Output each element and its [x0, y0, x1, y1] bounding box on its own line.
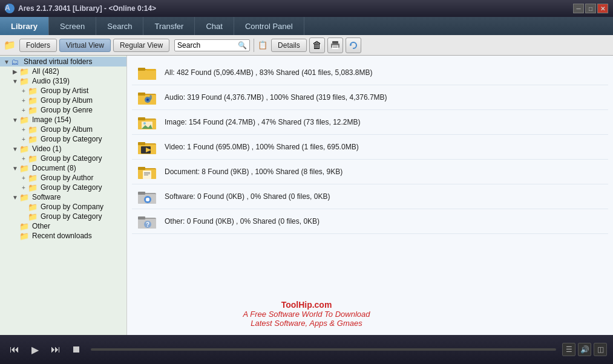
- equalizer-button[interactable]: ◫: [594, 343, 607, 356]
- tab-transfer[interactable]: Transfer: [143, 17, 195, 35]
- playlist-button[interactable]: ☰: [562, 343, 575, 356]
- next-button[interactable]: ⏭: [47, 341, 64, 358]
- tab-control-panel[interactable]: Control Panel: [234, 17, 304, 35]
- tab-library[interactable]: Library: [0, 17, 49, 35]
- details-button[interactable]: Details: [271, 39, 307, 52]
- sidebar-item-image[interactable]: ▼ 📁 Image (154): [0, 115, 126, 125]
- app-title: Ares 2.1.7.3041 [Library] - <Online 0:14…: [18, 4, 156, 13]
- sidebar-item-document-category[interactable]: + 📁 Group by Category: [0, 183, 126, 192]
- document-folder-icon: 📁: [19, 164, 30, 172]
- virtual-view-button[interactable]: Virtual View: [59, 39, 111, 52]
- expand-icon-audio-artist: +: [19, 86, 28, 95]
- sidebar-audio-genre-label: Group by Genre: [41, 106, 93, 114]
- software-folder-icon: 📁: [19, 193, 30, 201]
- sidebar-document-category-label: Group by Category: [41, 183, 102, 192]
- minimize-button[interactable]: ─: [573, 4, 584, 13]
- content-row-audio-text: Audio: 319 Found (4,376.7MB) , 100% Shar…: [165, 93, 387, 102]
- sidebar-item-software-category[interactable]: 📁 Group by Category: [0, 212, 126, 221]
- title-text: A Ares 2.1.7.3041 [Library] - <Online 0:…: [5, 4, 156, 13]
- svg-rect-11: [138, 93, 145, 96]
- svg-rect-22: [138, 142, 145, 145]
- content-row-software[interactable]: Software: 0 Found (0KB) , 0% Shared (0 f…: [132, 184, 608, 209]
- refresh-button[interactable]: [346, 37, 361, 53]
- sidebar-item-audio-album[interactable]: + 📁 Group by Album: [0, 96, 126, 105]
- audio-genre-folder-icon: 📁: [28, 106, 39, 114]
- sidebar-other-label: Other: [32, 222, 50, 230]
- sidebar-item-software-company[interactable]: 📁 Group by Company: [0, 202, 126, 212]
- image-folder-icon: 📁: [19, 115, 30, 124]
- menu-bar: Library Screen Search Transfer Chat Cont…: [0, 17, 613, 35]
- sidebar-item-video[interactable]: ▼ 📁 Video (1): [0, 144, 126, 154]
- content-row-all[interactable]: All: 482 Found (5,096.4MB) , 83% Shared …: [132, 60, 608, 85]
- expand-icon-software-category: [19, 212, 28, 221]
- svg-rect-41: [138, 216, 145, 219]
- search-icon[interactable]: 🔍: [238, 41, 247, 50]
- document-row-icon: [137, 163, 159, 180]
- svg-point-19: [143, 122, 146, 125]
- sidebar-item-recent[interactable]: 📁 Recent downloads: [0, 231, 126, 241]
- recent-folder-icon: 📁: [19, 232, 30, 240]
- sidebar-audio-artist-label: Group by Artist: [41, 86, 88, 95]
- stop-button[interactable]: ⏹: [68, 341, 85, 358]
- sidebar-item-audio-artist[interactable]: + 📁 Group by Artist: [0, 86, 126, 96]
- sidebar-item-document[interactable]: ▼ 📁 Document (8): [0, 163, 126, 173]
- expand-icon-document: ▼: [11, 164, 19, 172]
- maximize-button[interactable]: □: [585, 4, 596, 13]
- content-row-audio[interactable]: Audio: 319 Found (4,376.7MB) , 100% Shar…: [132, 85, 608, 110]
- svg-rect-8: [146, 69, 155, 71]
- tab-chat[interactable]: Chat: [195, 17, 234, 35]
- svg-rect-29: [144, 172, 150, 173]
- sidebar-item-audio[interactable]: ▼ 📁 Audio (319): [0, 76, 126, 86]
- sidebar-item-document-author[interactable]: + 📁 Group by Author: [0, 173, 126, 183]
- app-logo: A: [5, 4, 15, 13]
- svg-rect-27: [138, 167, 145, 170]
- all-row-icon: [137, 64, 159, 81]
- player-progress-bar[interactable]: [91, 348, 556, 351]
- content-row-video[interactable]: Video: 1 Found (695.0MB) , 100% Shared (…: [132, 135, 608, 160]
- content-row-image[interactable]: Image: 154 Found (24.7MB) , 47% Shared (…: [132, 110, 608, 135]
- sidebar-image-category-label: Group by Category: [41, 135, 102, 143]
- folders-button[interactable]: Folders: [19, 39, 57, 52]
- sidebar-item-all[interactable]: ▶ 📁 All (482): [0, 67, 126, 76]
- sidebar-software-label: Software: [32, 193, 61, 201]
- search-input[interactable]: [177, 41, 238, 50]
- video-category-folder-icon: 📁: [28, 154, 39, 163]
- svg-rect-34: [138, 192, 145, 195]
- audio-album-folder-icon: 📁: [28, 96, 39, 105]
- root-folder-icon: 🗂: [11, 57, 22, 66]
- sidebar-image-label: Image (154): [32, 115, 71, 124]
- svg-rect-31: [144, 175, 148, 175]
- audio-row-icon: [137, 89, 159, 106]
- volume-button[interactable]: 🔊: [578, 343, 591, 356]
- svg-rect-30: [144, 174, 150, 174]
- sidebar: ▼ 🗂 Shared virtual folders ▶ 📁 All (482)…: [0, 56, 127, 335]
- close-button[interactable]: ✕: [597, 4, 608, 13]
- expand-icon-root: ▼: [2, 57, 11, 66]
- sidebar-item-image-album[interactable]: + 📁 Group by Album: [0, 125, 126, 134]
- player-icons: ☰ 🔊 ◫: [562, 343, 607, 356]
- sidebar-item-video-category[interactable]: + 📁 Group by Category: [0, 154, 126, 163]
- content-row-document[interactable]: Document: 8 Found (9KB) , 100% Shared (8…: [132, 160, 608, 184]
- image-category-folder-icon: 📁: [28, 135, 39, 143]
- tab-screen[interactable]: Screen: [49, 17, 96, 35]
- sidebar-item-audio-genre[interactable]: + 📁 Group by Genre: [0, 105, 126, 115]
- software-company-folder-icon: 📁: [28, 203, 39, 211]
- tab-search[interactable]: Search: [96, 17, 143, 35]
- content-row-all-text: All: 482 Found (5,096.4MB) , 83% Shared …: [165, 68, 373, 77]
- svg-rect-3: [333, 46, 338, 47]
- sidebar-item-image-category[interactable]: + 📁 Group by Category: [0, 134, 126, 144]
- delete-button[interactable]: 🗑: [309, 37, 325, 53]
- print-button[interactable]: [327, 37, 343, 53]
- prev-button[interactable]: ⏮: [6, 341, 23, 358]
- content-row-software-text: Software: 0 Found (0KB) , 0% Shared (0 f…: [165, 192, 330, 201]
- svg-rect-0: [332, 41, 338, 44]
- sidebar-item-other[interactable]: 📁 Other: [0, 221, 126, 231]
- sidebar-item-software[interactable]: ▼ 📁 Software: [0, 192, 126, 202]
- play-button[interactable]: ▶: [27, 341, 44, 358]
- toolbar: 📁 Folders Virtual View Regular View 🔍 📋 …: [0, 35, 613, 56]
- regular-view-button[interactable]: Regular View: [113, 39, 169, 52]
- expand-icon-software: ▼: [11, 193, 19, 201]
- audio-folder-icon: 📁: [19, 77, 30, 85]
- sidebar-root[interactable]: ▼ 🗂 Shared virtual folders: [0, 57, 126, 67]
- content-row-other[interactable]: ? Other: 0 Found (0KB) , 0% Shared (0 fi…: [132, 209, 608, 234]
